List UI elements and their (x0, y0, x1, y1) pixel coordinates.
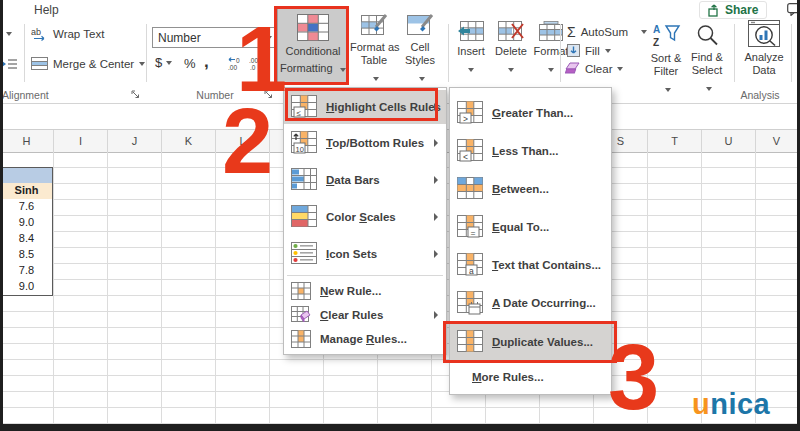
table-cell[interactable]: 9.0 (0, 279, 53, 296)
unica-logo: unica (692, 388, 770, 421)
chevron-down-icon (706, 87, 712, 91)
clear-button[interactable]: Clear (565, 62, 623, 75)
conditional-formatting-menu: ≤ Highlight Cells Rules 10 Top/Bottom Ru… (283, 87, 447, 355)
menu-item-data-bars[interactable]: Data Bars (284, 161, 446, 198)
menu-item-color-scales[interactable]: Color Scales (284, 198, 446, 235)
merge-center-button[interactable]: Merge & Center (31, 57, 145, 70)
sort-filter-icon: A Z (651, 22, 681, 48)
sigma-icon: Σ (567, 24, 576, 40)
more-options-chevron-icon[interactable] (6, 32, 12, 36)
tab-help[interactable]: Help (34, 3, 59, 17)
wrap-text-button[interactable]: ab Wrap Text (31, 27, 104, 41)
submenu-item-label: A Date Occurring... (492, 297, 596, 309)
logo-part-orange: u (692, 388, 710, 420)
submenu-item-between[interactable]: Between... (450, 170, 611, 208)
analyze-data-label-1: Analyze (737, 51, 791, 64)
find-select-label-1: Find & (686, 51, 728, 64)
svg-text:ab: ab (31, 27, 41, 37)
chevron-down-icon (605, 49, 611, 53)
chevron-down-icon (548, 68, 554, 72)
table-cell[interactable]: 9.0 (0, 215, 53, 232)
share-button[interactable]: Share (699, 1, 767, 19)
submenu-item-label: Less Than... (492, 145, 558, 157)
comma-style-button[interactable]: , (204, 52, 209, 72)
fill-button[interactable]: Fill (567, 44, 611, 57)
cell-styles-label-2: Styles (398, 54, 442, 67)
find-select-button[interactable]: Find & Select (686, 24, 728, 95)
cell-styles-button[interactable]: Cell Styles (398, 13, 442, 85)
submenu-item-label: Between... (492, 183, 549, 195)
svg-text:>: > (463, 114, 468, 124)
svg-text:10: 10 (296, 144, 304, 153)
table-cell[interactable]: 7.8 (0, 263, 53, 280)
less-than-icon: < (457, 139, 483, 163)
step2-number: 2 (222, 104, 273, 179)
cell-styles-icon (407, 13, 434, 37)
column-header[interactable]: I (54, 130, 107, 152)
equal-to-icon: = (457, 215, 483, 239)
format-label: Format (530, 45, 572, 58)
currency-button[interactable]: $ (155, 55, 172, 70)
table-cell-blank-blue[interactable] (0, 167, 53, 184)
wrap-text-icon: ab (31, 27, 48, 41)
delete-label: Delete (491, 45, 531, 58)
greater-than-icon: > (457, 101, 483, 125)
menu-item-label: Color Scales (326, 211, 396, 223)
insert-button[interactable]: Insert (452, 21, 490, 76)
menu-separator (287, 275, 443, 276)
column-header[interactable]: J (108, 130, 161, 152)
submenu-item-more-rules[interactable]: More Rules... (450, 362, 611, 392)
increase-indent-icon[interactable] (2, 58, 18, 70)
clear-label: Clear (585, 63, 612, 75)
wrap-text-label: Wrap Text (53, 28, 104, 40)
menu-item-clear-rules[interactable]: Clear Rules (284, 303, 446, 327)
submenu-item-less-than[interactable]: < Less Than... (450, 132, 611, 170)
sort-filter-button[interactable]: A Z Sort & Filter (646, 22, 686, 96)
submenu-item-greater-than[interactable]: > Greater Than... (450, 94, 611, 132)
submenu-item-label: Equal To... (492, 221, 549, 233)
a-date-occurring-icon (457, 291, 483, 315)
chevron-down-icon (419, 77, 425, 81)
menu-item-label: Top/Bottom Rules (326, 137, 424, 149)
column-header[interactable]: H (0, 130, 53, 152)
delete-cells-icon (498, 21, 524, 41)
top-bottom-rules-icon: 10 (291, 131, 317, 155)
percent-button[interactable]: % (184, 56, 196, 71)
table-cell[interactable]: 8.5 (0, 247, 53, 264)
menu-item-label: New Rule... (320, 285, 381, 297)
submenu-arrow-icon (434, 311, 438, 319)
currency-symbol: $ (155, 55, 162, 70)
analyze-data-button[interactable]: Analyze Data (737, 20, 791, 77)
svg-text:<: < (463, 152, 468, 162)
ribbon-divider (448, 24, 449, 82)
format-as-table-button[interactable]: Format as Table (350, 13, 398, 85)
column-header[interactable]: V (756, 130, 797, 152)
autosum-button[interactable]: Σ AutoSum (567, 24, 647, 40)
menu-item-top-bottom-rules[interactable]: 10 Top/Bottom Rules (284, 124, 446, 161)
menu-item-icon-sets[interactable]: Icon Sets (284, 235, 446, 272)
table-cell[interactable]: 7.6 (0, 199, 53, 216)
delete-button[interactable]: Delete (491, 21, 531, 76)
chevron-down-icon (139, 62, 145, 66)
ribbon-divider (24, 24, 25, 82)
table-cell[interactable]: 8.4 (0, 231, 53, 248)
menu-item-new-rule[interactable]: New Rule... (284, 279, 446, 303)
format-as-table-icon (361, 13, 388, 37)
submenu-item-a-date-occurring[interactable]: A Date Occurring... (450, 284, 611, 322)
group-label-analysis: Analysis (730, 89, 790, 101)
excel-window: Help Share ab Wrap Text Merge & Center (0, 0, 800, 431)
menu-item-manage-rules[interactable]: Manage Rules... (284, 327, 446, 351)
svg-text:A: A (653, 24, 660, 35)
chevron-down-icon (373, 77, 379, 81)
submenu-item-equal-to[interactable]: = Equal To... (450, 208, 611, 246)
svg-text:=: = (471, 228, 476, 238)
submenu-item-label: More Rules... (472, 371, 544, 383)
insert-label: Insert (452, 45, 490, 58)
alignment-dialog-launcher-icon[interactable] (131, 90, 140, 99)
table-header-cell[interactable]: Sinh (0, 183, 53, 200)
submenu-item-text-that-contains[interactable]: a Text that Contains... (450, 246, 611, 284)
submenu-item-label: Greater Than... (492, 107, 573, 119)
column-header[interactable]: U (702, 130, 755, 152)
column-header[interactable]: K (162, 130, 215, 152)
column-header[interactable]: T (648, 130, 701, 152)
